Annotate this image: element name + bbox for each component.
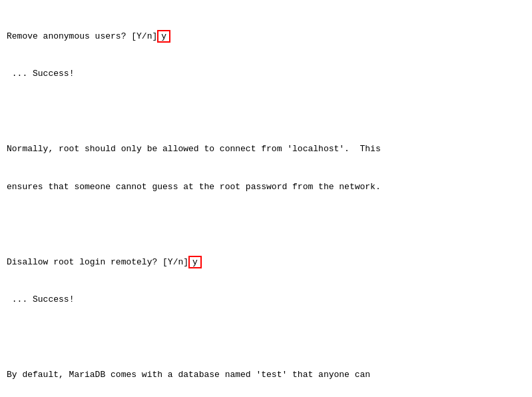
line-3 — [7, 106, 525, 119]
line-1: Remove anonymous users? [Y/n]y — [7, 31, 525, 43]
line-1-prefix: Remove anonymous users? [Y/n] — [7, 31, 157, 41]
input-disallow-root[interactable]: y — [188, 256, 202, 268]
line-9 — [7, 332, 525, 344]
line-7: Disallow root login remotely? [Y/n]y — [7, 256, 525, 269]
line-8: ... Success! — [7, 294, 525, 306]
line-6 — [7, 218, 525, 231]
line-2: ... Success! — [7, 68, 525, 81]
line-5: ensures that someone cannot guess at the… — [7, 181, 525, 194]
line-7-prefix: Disallow root login remotely? [Y/n] — [7, 257, 188, 267]
input-anonymous-users[interactable]: y — [157, 30, 170, 43]
line-4: Normally, root should only be allowed to… — [7, 143, 525, 156]
line-10: By default, MariaDB comes with a databas… — [7, 369, 525, 382]
terminal-output: Remove anonymous users? [Y/n]y ... Succe… — [7, 5, 525, 397]
